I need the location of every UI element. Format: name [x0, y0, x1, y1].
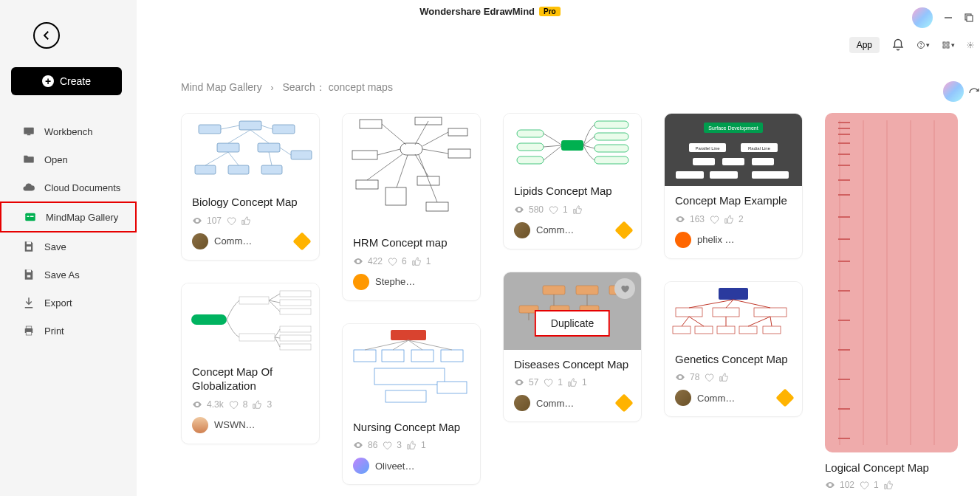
card-stats: 580 1 [514, 204, 631, 215]
card-genetics[interactable]: Genetics Concept Map 78 Comm… [664, 281, 803, 418]
settings-icon[interactable] [967, 38, 974, 52]
minimize-icon[interactable] [943, 13, 953, 23]
svg-rect-53 [411, 350, 434, 362]
sidebar-item-workbench[interactable]: Workbench [0, 117, 137, 145]
hearts: 1 [874, 480, 879, 490]
sidebar-item-save[interactable]: Save [0, 232, 137, 261]
thumbs-up-icon[interactable] [883, 480, 894, 490]
svg-rect-84 [719, 288, 748, 300]
svg-rect-26 [258, 143, 280, 152]
thumbs-up-icon[interactable] [411, 256, 422, 266]
favorite-button[interactable] [614, 278, 635, 299]
sidebar-item-open[interactable]: Open [0, 145, 137, 173]
svg-rect-29 [261, 165, 282, 174]
heart-icon[interactable] [709, 214, 719, 224]
refresh-icon[interactable] [968, 87, 980, 102]
card-logical[interactable]: Logical Concept Map 102 1 [825, 113, 958, 490]
card-hrm[interactable]: HRM Concept map 422 6 1 Stephe… [342, 113, 481, 301]
svg-rect-100 [838, 134, 850, 135]
svg-rect-103 [838, 165, 850, 166]
window-controls [912, 7, 974, 28]
svg-rect-66 [543, 286, 565, 294]
card-stats: 107 [192, 216, 309, 226]
duplicate-badge[interactable]: Duplicate [535, 310, 610, 337]
card-author: phelix … [675, 232, 792, 248]
author-avatar [514, 222, 530, 238]
thumbs-up-icon[interactable] [719, 372, 729, 382]
svg-rect-27 [195, 165, 216, 174]
heart-icon[interactable] [382, 440, 392, 450]
gallery-icon [24, 210, 37, 224]
back-button[interactable] [33, 22, 60, 49]
thumbs-up-icon[interactable] [724, 214, 734, 224]
card-body: Genetics Concept Map 78 Comm… [665, 345, 802, 417]
grid-apps-icon[interactable]: ▾ [942, 38, 955, 52]
heart-icon[interactable] [387, 256, 397, 266]
heart-icon[interactable] [226, 216, 236, 226]
create-button[interactable]: + Create [11, 67, 122, 95]
card-example[interactable]: Surface DevelopmentParallel LineRadial L… [664, 113, 803, 259]
views: 102 [840, 480, 854, 490]
card-diseases[interactable]: Duplicate Diseases Concept Map 57 1 1 Co… [503, 272, 642, 423]
thumbs: 2 [739, 214, 744, 224]
card-nursing[interactable]: Nursing Concept Map 86 3 1 Oliveet… [342, 323, 481, 486]
export-icon [22, 296, 35, 309]
gallery: Biology Concept Map 107 Comm… [181, 113, 958, 490]
app-chip[interactable]: App [849, 37, 880, 53]
svg-rect-61 [517, 156, 544, 164]
author-name: Oliveet… [375, 461, 414, 472]
thumbs-up-icon[interactable] [572, 204, 583, 215]
svg-rect-45 [386, 187, 406, 205]
svg-text:Radial Line: Radial Line [748, 146, 771, 151]
avatar-secondary[interactable] [943, 81, 964, 102]
bell-icon[interactable] [891, 38, 905, 52]
thumbs-up-icon[interactable] [567, 377, 578, 388]
plus-icon: + [42, 75, 54, 87]
svg-rect-64 [594, 145, 628, 152]
thumbnail: Duplicate [504, 272, 641, 350]
sidebar-item-export[interactable]: Export [0, 289, 137, 317]
svg-rect-33 [239, 334, 275, 341]
maximize-icon[interactable] [964, 13, 974, 23]
svg-rect-90 [717, 326, 735, 334]
sidebar-item-saveas[interactable]: Save As [0, 261, 137, 289]
card-biology[interactable]: Biology Concept Map 107 Comm… [181, 113, 320, 261]
svg-rect-8 [947, 46, 949, 48]
avatar[interactable] [912, 7, 933, 28]
thumbs-up-icon[interactable] [252, 399, 262, 410]
author-name: Comm… [536, 224, 574, 235]
card-globalization[interactable]: Concept Map Of Globalization 4.3k 8 3 WS… [181, 283, 320, 444]
heart-icon[interactable] [859, 480, 869, 490]
card-lipids[interactable]: Lipids Concept Map 580 1 Comm… [503, 113, 642, 249]
thumbs-up-icon[interactable] [241, 216, 251, 226]
titlebar: Wondershare EdrawMind Pro [0, 0, 980, 22]
svg-rect-107 [838, 238, 850, 240]
svg-rect-22 [199, 125, 221, 134]
heart-icon[interactable] [228, 399, 239, 410]
breadcrumb-root[interactable]: Mind Map Gallery [181, 81, 262, 93]
views-icon [825, 480, 835, 490]
heart-icon[interactable] [548, 204, 558, 215]
card-author: WSWN… [192, 417, 309, 433]
sidebar-item-cloud[interactable]: Cloud Documents [0, 173, 137, 202]
card-stats: 78 [675, 372, 792, 382]
heart-icon[interactable] [704, 372, 714, 382]
svg-rect-32 [239, 297, 269, 304]
sidebar-item-print[interactable]: Print [0, 317, 137, 345]
author-avatar [192, 233, 208, 249]
thumbs-up-icon[interactable] [406, 440, 417, 450]
svg-rect-34 [280, 291, 311, 297]
gallery-col: Biology Concept Map 107 Comm… [181, 113, 320, 444]
svg-rect-58 [561, 140, 583, 151]
card-title: Concept Map Example [675, 193, 792, 208]
svg-rect-49 [448, 128, 467, 136]
card-stats: 422 6 1 [353, 256, 470, 266]
sidebar-item-mindmap-gallery[interactable]: MindMap Gallery [0, 202, 137, 232]
diamond-icon [292, 232, 311, 250]
svg-rect-101 [838, 142, 850, 144]
svg-rect-92 [763, 326, 781, 334]
heart-icon[interactable] [543, 377, 553, 388]
help-icon[interactable]: ▾ [916, 38, 930, 52]
svg-point-4 [921, 46, 922, 47]
views-icon [675, 214, 685, 224]
